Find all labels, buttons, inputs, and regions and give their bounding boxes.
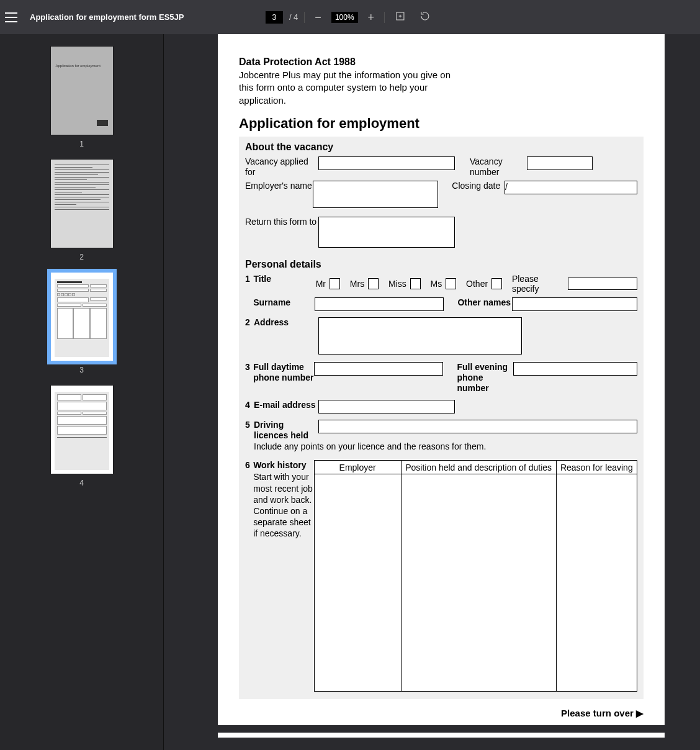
checkbox-ms[interactable]	[446, 278, 456, 289]
field-eve-phone[interactable]	[513, 362, 637, 376]
page-total: / 4	[289, 12, 298, 22]
label-eve-phone: Full evening phone number	[457, 362, 513, 393]
help-driving: Include any points on your licence and t…	[254, 441, 637, 451]
field-other-names[interactable]	[512, 297, 638, 311]
q-number: 1	[245, 274, 253, 284]
cell-position[interactable]	[401, 474, 556, 692]
zoom-in-button[interactable]: +	[364, 12, 379, 23]
help-work-history: Start with your most recent job and work…	[253, 471, 314, 539]
thumbnail-page-4[interactable]	[51, 386, 113, 474]
form-body: About the vacancy Vacancy applied for Va…	[239, 137, 644, 700]
opt-mr: Mr	[316, 279, 326, 289]
thumbnail-page-2[interactable]	[51, 160, 113, 248]
col-position: Position held and description of duties	[401, 461, 556, 474]
thumb-number: 2	[51, 253, 113, 261]
label-employer-name: Employer's name	[245, 181, 313, 191]
section-about-vacancy: About the vacancy	[245, 142, 637, 153]
opt-other: Other	[466, 279, 488, 289]
label-vacancy-applied: Vacancy applied for	[245, 156, 318, 178]
q-number: 5	[245, 420, 254, 430]
label-address: Address	[254, 317, 318, 328]
thumbnail-page-1[interactable]: Application for employment	[51, 47, 113, 135]
label-email: E-mail address	[254, 400, 318, 410]
field-employer-name[interactable]	[313, 181, 439, 208]
thumb-number: 3	[51, 366, 113, 374]
form-title: Application for employment	[239, 115, 644, 132]
label-closing-date: Closing date	[452, 181, 505, 191]
cell-employer[interactable]	[314, 474, 401, 692]
label-title: Title	[253, 274, 315, 284]
zoom-level[interactable]: 100%	[331, 12, 358, 23]
label-other-names: Other names	[457, 297, 511, 307]
checkbox-miss[interactable]	[410, 278, 421, 289]
pdf-viewer[interactable]: Data Protection Act 1988 Jobcentre Plus …	[164, 34, 700, 750]
field-driving[interactable]	[318, 420, 637, 433]
thumb-number: 4	[51, 479, 113, 487]
dp-heading: Data Protection Act 1988	[239, 56, 644, 68]
document-title: Application for employment form ES5JP	[30, 12, 184, 22]
label-specify: Please specify	[512, 274, 564, 294]
rotate-icon[interactable]	[416, 11, 434, 24]
field-address[interactable]	[318, 317, 522, 355]
divider	[384, 12, 385, 23]
field-closing-date[interactable]: / /	[505, 181, 637, 194]
col-employer: Employer	[314, 461, 401, 474]
label-work-history: Work history	[253, 460, 314, 470]
checkbox-mr[interactable]	[330, 278, 340, 289]
pdf-page: Data Protection Act 1988 Jobcentre Plus …	[218, 34, 665, 725]
q-number: 6	[245, 460, 253, 470]
section-personal-details: Personal details	[245, 259, 637, 270]
q-number: 2	[245, 317, 254, 327]
label-driving: Driving licences held	[254, 420, 318, 441]
thumbnail-page-3[interactable]	[51, 273, 113, 361]
field-vacancy-applied[interactable]	[318, 156, 455, 170]
col-reason: Reason for leaving	[556, 461, 637, 474]
dp-text: Jobcentre Plus may put the information y…	[239, 69, 462, 107]
fit-page-icon[interactable]	[391, 11, 410, 24]
checkbox-mrs[interactable]	[368, 278, 379, 289]
menu-icon[interactable]	[5, 12, 17, 22]
field-day-phone[interactable]	[314, 362, 443, 376]
thumb-number: 1	[51, 140, 113, 148]
cell-reason[interactable]	[556, 474, 637, 692]
turn-over-label: Please turn over ▶	[239, 708, 644, 719]
opt-miss: Miss	[388, 279, 406, 289]
field-specify[interactable]	[568, 278, 637, 290]
field-vacancy-number[interactable]	[527, 156, 593, 170]
field-return-to[interactable]	[318, 217, 455, 248]
page-number-input[interactable]	[266, 11, 283, 24]
label-surname: Surname	[253, 297, 314, 308]
checkbox-other[interactable]	[491, 278, 502, 289]
field-email[interactable]	[318, 400, 455, 413]
next-page-sliver	[218, 733, 665, 738]
label-return-to: Return this form to	[245, 217, 318, 227]
divider	[304, 12, 305, 23]
q-number: 4	[245, 400, 254, 410]
pdf-toolbar: Application for employment form ES5JP / …	[0, 0, 700, 34]
field-surname[interactable]	[315, 297, 444, 311]
opt-mrs: Mrs	[350, 279, 364, 289]
thumbnail-sidebar: Application for employment 1 2	[0, 34, 164, 750]
label-vacancy-number: Vacancy number	[470, 156, 527, 178]
work-history-table: Employer Position held and description o…	[314, 460, 637, 692]
opt-ms: Ms	[431, 279, 442, 289]
zoom-out-button[interactable]: −	[311, 12, 325, 23]
q-number: 3	[245, 362, 253, 372]
label-day-phone: Full daytime phone number	[253, 362, 314, 383]
